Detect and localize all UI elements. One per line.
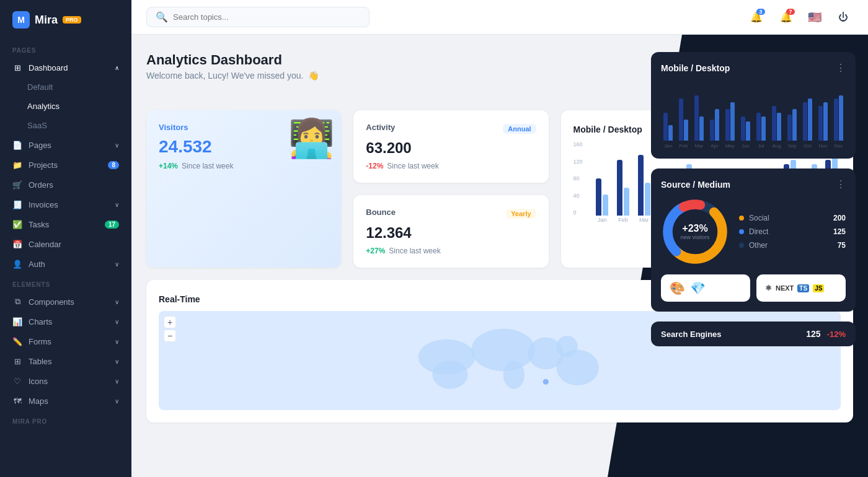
svg-point-2 [471,329,535,372]
donut-chart: +23% new visitors [661,198,729,266]
sidebar-item-charts[interactable]: 📊 Charts ∨ [0,312,131,331]
bounce-label: Bounce [366,208,396,217]
sidebar-item-tables[interactable]: ⊞ Tables ∨ [0,351,131,371]
source-menu[interactable]: ⋮ [836,178,846,190]
main-area: 🔍 🔔 3 🔔 7 🇺🇸 ⏻ Analytics Dashboard [131,0,868,477]
map-zoom-in[interactable]: + [164,316,176,328]
sidebar-item-analytics[interactable]: Analytics [0,97,131,116]
legend-social-val: 200 [833,214,846,222]
app-logo[interactable]: M Mira PRO [0,0,131,40]
legend-direct-val: 125 [833,227,846,236]
legend-direct-label: Direct [749,227,768,236]
bounce-card: Bounce Yearly 12.364 +27% Since last wee… [353,195,548,268]
page-header: Analytics Dashboard Welcome back, Lucy! … [146,52,319,81]
tech-logo-card-2: ⚛ NEXT TS JS [756,274,846,302]
nextjs-icon: NEXT [776,284,794,292]
sidebar-item-pages[interactable]: 📄 Pages ∨ [0,135,131,155]
mobile-desktop-title: Mobile / Desktop [574,125,642,134]
search-input[interactable] [173,12,360,22]
chevron-icon: ∨ [115,318,119,325]
sidebar-item-label: SaaS [27,121,47,130]
section-label-elements: ELEMENTS [0,274,131,292]
svg-point-6 [556,350,599,385]
sidebar-item-label: Analytics [27,102,60,111]
sidebar-item-icons[interactable]: ♡ Icons ∨ [0,371,131,391]
sketch-icon: 💎 [690,281,706,295]
dark-chart-menu[interactable]: ⋮ [836,62,846,74]
bounce-value: 12.364 [366,224,536,242]
alerts-button[interactable]: 🔔 7 [776,7,796,27]
map-zoom-out[interactable]: − [164,330,176,342]
sidebar-item-orders[interactable]: 🛒 Orders [0,175,131,195]
chevron-icon: ∨ [115,338,119,345]
tech-logos-row: 🎨 💎 ⚛ NEXT TS JS [661,274,846,302]
realtime-title: Real-Time [159,294,200,304]
source-medium-title: Source / Medium [661,180,730,190]
sidebar-item-label: Invoices [29,200,58,209]
donut-sub: new visitors [680,234,709,240]
sidebar-item-invoices[interactable]: 🧾 Invoices ∨ [0,195,131,214]
heart-icon: ♡ [12,376,22,386]
sidebar-item-label: Forms [29,337,51,346]
app-name: Mira [35,14,58,27]
sidebar-item-maps[interactable]: 🗺 Maps ∨ [0,391,131,411]
svg-point-1 [432,361,467,389]
page-subtitle: Welcome back, Lucy! We've missed you. 👋 [146,71,319,81]
search-engines-row: Search Engines 125 -12% [651,322,856,346]
map-controls: + − [164,316,176,342]
chevron-icon: ∨ [115,398,119,405]
legend-other-val: 75 [838,241,846,250]
activity-change: -12% [366,162,383,170]
page-title: Analytics Dashboard [146,52,319,68]
visitors-card: Visitors 👩‍💻 24.532 +14% Since last week [146,110,341,268]
sidebar-item-label: Projects [29,160,58,170]
power-button[interactable]: ⏻ [833,7,853,27]
forms-icon: ✏️ [12,336,22,346]
chart-icon: 📊 [12,317,22,326]
bounce-stat: +27% Since last week [366,247,536,255]
power-icon: ⏻ [838,12,848,23]
file-icon: 📄 [12,140,22,150]
topbar-right: 🔔 3 🔔 7 🇺🇸 ⏻ [746,7,853,27]
sidebar-item-calendar[interactable]: 📅 Calendar [0,234,131,254]
content-area: Analytics Dashboard Welcome back, Lucy! … [131,35,868,477]
projects-badge: 8 [108,161,119,169]
topbar: 🔍 🔔 3 🔔 7 🇺🇸 ⏻ [131,0,868,35]
sidebar-item-forms[interactable]: ✏️ Forms ∨ [0,331,131,351]
figma-icon: 🎨 [670,281,685,295]
activity-change-label: Since last week [387,162,438,170]
sidebar-item-label: Default [27,82,53,92]
section-label-mira-pro: MIRA PRO [0,411,131,429]
visitors-stat: +14% Since last week [159,162,329,170]
legend-other-label: Other [749,241,768,250]
source-medium-card: Source / Medium ⋮ [651,168,856,312]
donut-pct: +23% [680,223,709,234]
sidebar-item-label: Components [29,297,74,307]
auth-icon: 👤 [12,259,22,269]
search-box[interactable]: 🔍 [146,7,370,27]
activity-card: Activity Annual 63.200 -12% Since last w… [353,110,548,183]
tasks-badge: 17 [105,221,119,229]
dark-panel: Mobile / Desktop ⋮ [639,35,868,359]
language-selector[interactable]: 🇺🇸 [806,9,823,26]
sidebar-item-label: Auth [29,260,45,269]
notifications-button[interactable]: 🔔 3 [746,7,766,27]
chevron-icon: ∧ [115,64,119,71]
sidebar-item-components[interactable]: ⧉ Components ∨ [0,292,131,312]
sidebar-item-tasks[interactable]: ✅ Tasks 17 [0,214,131,234]
cart-icon: 🛒 [12,180,22,190]
sidebar-item-label: Tasks [29,220,49,229]
sidebar-item-saas[interactable]: SaaS [0,116,131,135]
folder-icon: 📁 [12,160,22,170]
sidebar-item-dashboard[interactable]: ⊞ Dashboard ∧ [0,58,131,77]
search-icon: 🔍 [156,11,168,23]
pro-badge: PRO [63,16,81,24]
visitors-change-label: Since last week [182,162,233,170]
sidebar-item-auth[interactable]: 👤 Auth ∨ [0,254,131,274]
redux-icon: ⚛ [765,284,772,292]
sidebar-item-projects[interactable]: 📁 Projects 8 [0,155,131,175]
sidebar-item-label: Tables [29,357,52,366]
sidebar-item-default[interactable]: Default [0,77,131,97]
mobile-desktop-dark-card: Mobile / Desktop ⋮ [651,52,856,159]
layers-icon: ⧉ [12,297,22,307]
